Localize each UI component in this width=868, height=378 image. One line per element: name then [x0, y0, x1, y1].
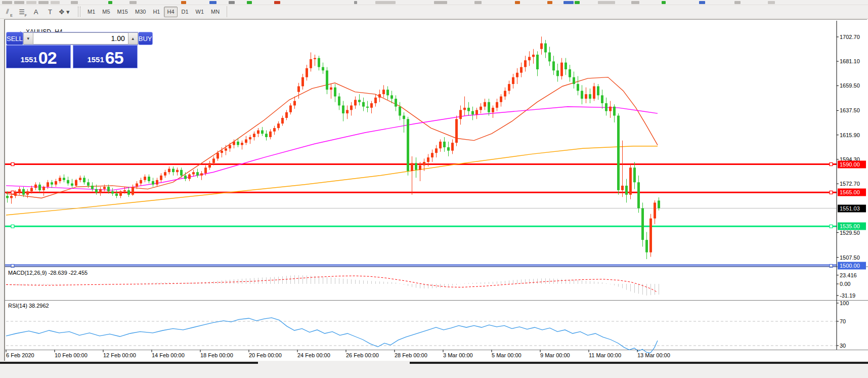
- candle-up: [273, 128, 276, 132]
- candle-up: [532, 55, 535, 57]
- sell-price-main: 1551: [20, 53, 37, 66]
- candle-up: [208, 163, 211, 167]
- candle-up: [524, 60, 527, 67]
- volume-decrease-button[interactable]: ▼: [23, 32, 33, 45]
- resistance-1590-handle[interactable]: [830, 163, 833, 166]
- timeframe-button-mn[interactable]: MN: [208, 7, 223, 17]
- sell-button[interactable]: SELL: [6, 32, 23, 45]
- resistance-1590-handle[interactable]: [11, 163, 14, 166]
- candle-down: [625, 186, 628, 195]
- candle-up: [99, 189, 102, 193]
- candle-up: [192, 172, 195, 174]
- candle-down: [127, 190, 130, 195]
- candle-up: [475, 110, 478, 114]
- candle-up: [346, 110, 349, 113]
- timeframe-button-m5[interactable]: M5: [99, 7, 113, 17]
- timeframe-button-m1[interactable]: M1: [84, 7, 98, 17]
- toolbar-icon-sliver: [699, 1, 705, 4]
- timeframe-button-w1[interactable]: W1: [193, 7, 207, 17]
- fibonacci-tool[interactable]: ☰F: [15, 6, 28, 18]
- volume-input[interactable]: [33, 32, 128, 45]
- candle-up: [306, 68, 308, 77]
- candle-down: [71, 183, 73, 185]
- toolbar-sliver-row: [0, 0, 868, 5]
- timeframe-button-h4[interactable]: H4: [164, 7, 177, 17]
- toolbar-icon-sliver: [768, 1, 775, 4]
- main-toolbar: ⫽E☰FAT✥ ▾ M1M5M15M30H1H4D1W1MN: [0, 5, 868, 19]
- candle-up: [79, 178, 81, 180]
- toolbar-icon-sliver: [2, 1, 12, 4]
- candle-down: [261, 131, 264, 134]
- bottom-border-segment: [0, 362, 258, 364]
- candle-down: [91, 186, 94, 189]
- resistance-1565-handle[interactable]: [830, 191, 833, 194]
- timeframe-button-d1[interactable]: D1: [179, 7, 192, 17]
- timeframe-button-m15[interactable]: M15: [114, 7, 131, 17]
- candle-down: [613, 107, 616, 116]
- text-label-tool[interactable]: T: [44, 6, 57, 18]
- candle-up: [103, 187, 106, 189]
- candle-up: [293, 101, 296, 106]
- toolbar-icon-sliver: [51, 1, 60, 4]
- candle-up: [374, 98, 377, 103]
- macd-axis-label: 23.416: [840, 272, 857, 278]
- candle-up: [241, 143, 243, 145]
- candle-up: [654, 202, 656, 218]
- candle-down: [403, 116, 405, 119]
- candle-down: [107, 187, 110, 191]
- buy-price-display[interactable]: 1551 65: [73, 45, 138, 68]
- candle-down: [641, 208, 644, 240]
- candle-down: [569, 69, 571, 77]
- toolbar-grip[interactable]: [78, 7, 80, 17]
- timeframe-button-h1[interactable]: H1: [150, 7, 163, 17]
- candle-up: [245, 139, 247, 143]
- toolbar-icon-sliver: [375, 1, 396, 4]
- candle-down: [548, 53, 551, 62]
- candle-down: [152, 181, 154, 185]
- macd-axis-label: 0.00: [840, 281, 850, 287]
- toolbar-icon-sliver: [209, 1, 216, 4]
- time-axis-label: 20 Feb 00:00: [249, 352, 282, 358]
- candle-up: [289, 105, 292, 112]
- support-1535-handle[interactable]: [830, 225, 833, 228]
- resistance-1565-handle[interactable]: [11, 191, 14, 194]
- toolbar-icon-sliver: [26, 1, 36, 4]
- price-badge-1565-00: 1565.00: [838, 189, 866, 196]
- volume-increase-button[interactable]: ▲: [128, 32, 138, 45]
- line-studies-toolbar: ⫽E☰FAT✥ ▾: [0, 6, 71, 18]
- equidistant-channel-tool[interactable]: ⫽E: [1, 6, 14, 18]
- chart-canvas[interactable]: [5, 20, 868, 361]
- timeframes-toolbar: M1M5M15M30H1H4D1W1MN: [83, 7, 223, 17]
- candle-up: [301, 77, 304, 87]
- candle-down: [95, 189, 98, 193]
- candle-up: [520, 67, 523, 73]
- candle-down: [51, 182, 53, 184]
- candle-down: [658, 200, 660, 208]
- buy-button[interactable]: BUY: [138, 32, 153, 45]
- price-badge-1551-03: 1551.03: [838, 204, 866, 212]
- candle-up: [314, 58, 316, 59]
- candle-down: [172, 169, 175, 172]
- sell-price-display[interactable]: 1551 02: [6, 45, 71, 68]
- candle-up: [34, 185, 37, 188]
- price-badge-1535-00: 1535.00: [838, 223, 866, 230]
- price-axis-label: 1637.50: [840, 107, 860, 113]
- candle-up: [512, 77, 514, 84]
- text-tool[interactable]: A: [29, 6, 42, 18]
- candle-up: [480, 107, 482, 110]
- candle-down: [395, 99, 397, 107]
- chart-window[interactable]: ▲XAUUSD-,H4 1557.83 1560.66 1549.05 1551…: [4, 19, 867, 361]
- timeframe-button-m30[interactable]: M30: [132, 7, 149, 17]
- candle-down: [597, 86, 599, 95]
- candle-down: [467, 108, 470, 111]
- arrows-tool[interactable]: ✥ ▾: [58, 6, 71, 18]
- candle-up: [297, 86, 300, 92]
- toolbar-icon-sliver: [274, 1, 280, 4]
- candle-up: [42, 187, 45, 190]
- candle-down: [148, 177, 150, 181]
- candle-down: [83, 178, 85, 182]
- support-1535-handle[interactable]: [11, 225, 14, 228]
- toolbar-icon-sliver: [229, 1, 235, 4]
- candle-up: [269, 132, 272, 137]
- candle-up: [350, 105, 353, 110]
